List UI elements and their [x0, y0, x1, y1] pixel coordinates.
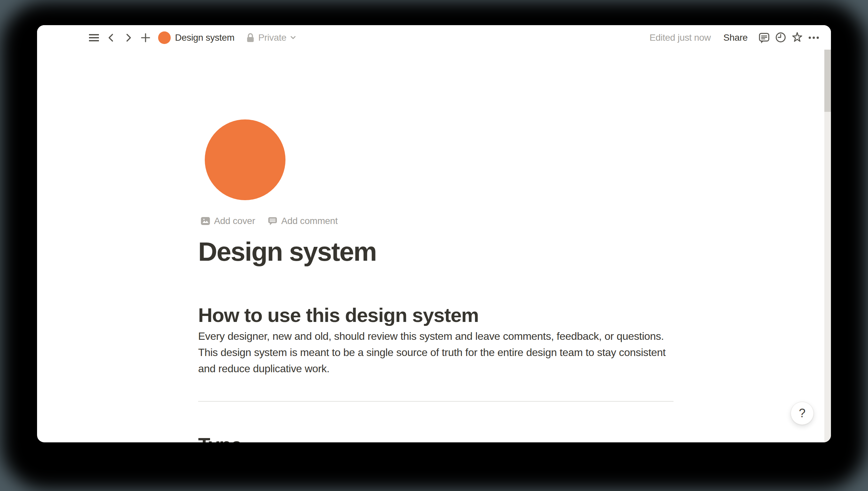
divider: [198, 401, 674, 402]
new-page-button[interactable]: [138, 30, 153, 45]
ellipsis-icon: [806, 31, 821, 44]
edited-status: Edited just now: [649, 32, 711, 43]
top-toolbar: Design system Private Edited just now Sh…: [37, 25, 831, 50]
updates-button[interactable]: [773, 30, 788, 45]
page-icon-large[interactable]: [205, 119, 286, 200]
page-icon-small: [158, 31, 171, 44]
chevron-right-icon: [122, 32, 134, 44]
page-action-row: Add cover Add comment: [199, 214, 340, 228]
hamburger-menu-icon: [87, 31, 100, 44]
sidebar-toggle-button[interactable]: [87, 30, 101, 45]
comment-bubble-icon: [757, 31, 771, 44]
desktop-background: Design system Private Edited just now Sh…: [0, 0, 868, 491]
help-button[interactable]: ?: [790, 402, 814, 425]
scrollbar-thumb[interactable]: [824, 50, 831, 112]
plus-icon: [140, 32, 151, 44]
section-paragraph[interactable]: Every designer, new and old, should revi…: [198, 328, 679, 377]
add-comment-label: Add comment: [281, 216, 338, 226]
more-options-button[interactable]: [806, 30, 821, 45]
chevron-down-icon: [290, 35, 296, 40]
toolbar-right-group: Edited just now Share: [649, 30, 821, 45]
breadcrumb[interactable]: Design system: [158, 31, 235, 44]
section-heading[interactable]: How to use this design system: [198, 302, 479, 328]
privacy-label: Private: [258, 32, 287, 43]
add-cover-label: Add cover: [214, 216, 255, 226]
next-section-heading[interactable]: Type: [198, 432, 242, 442]
star-icon: [790, 31, 804, 44]
comments-button[interactable]: [757, 30, 771, 45]
lock-icon: [246, 32, 255, 44]
notion-window: Design system Private Edited just now Sh…: [37, 25, 831, 442]
page-content: Add cover Add comment Design system How …: [37, 25, 831, 442]
add-comment-button[interactable]: Add comment: [266, 214, 340, 228]
privacy-menu[interactable]: Private: [246, 32, 296, 44]
favorite-button[interactable]: [790, 30, 805, 45]
page-title[interactable]: Design system: [198, 236, 377, 268]
forward-button[interactable]: [121, 30, 136, 45]
breadcrumb-page-title: Design system: [175, 32, 235, 43]
add-cover-button[interactable]: Add cover: [199, 214, 258, 228]
chevron-left-icon: [105, 32, 117, 44]
nav-group: [87, 30, 153, 45]
comment-filled-icon: [268, 216, 277, 226]
clock-history-icon: [774, 31, 787, 44]
scrollbar-track[interactable]: [824, 50, 831, 442]
back-button[interactable]: [104, 30, 118, 45]
share-button[interactable]: Share: [719, 30, 752, 45]
cover-image-icon: [201, 216, 210, 226]
